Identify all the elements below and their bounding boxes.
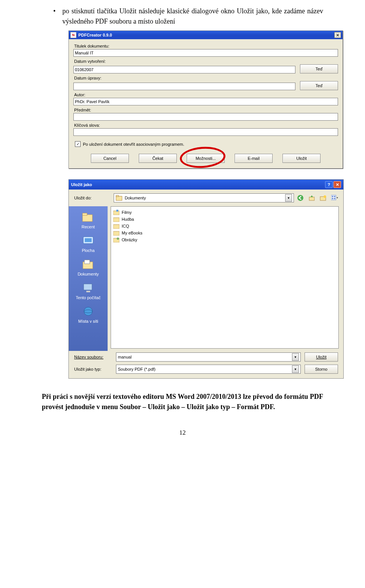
- chevron-down-icon[interactable]: ▼: [292, 353, 299, 361]
- save-button[interactable]: Uložit: [282, 154, 321, 163]
- up-icon[interactable]: [308, 194, 315, 201]
- titlebar[interactable]: N PDFCreator 0.9.0 ✕: [69, 31, 343, 39]
- input-datum-upr[interactable]: [73, 83, 295, 90]
- svg-rect-10: [334, 198, 335, 199]
- filetype-label: Uložit jako typ:: [74, 367, 112, 371]
- place-label: Dokumenty: [78, 272, 99, 276]
- new-folder-icon[interactable]: [320, 194, 327, 201]
- input-titulek[interactable]: [73, 49, 338, 57]
- save-in-combo[interactable]: Dokumenty ▼: [114, 193, 294, 202]
- close-icon[interactable]: ✕: [334, 32, 341, 38]
- app-icon: N: [70, 32, 76, 38]
- list-item[interactable]: ICQ: [113, 223, 336, 229]
- filetype-combo[interactable]: Soubory PDF (*.pdf) ▼: [116, 365, 301, 374]
- svg-rect-3: [309, 197, 314, 201]
- computer-icon: [82, 282, 95, 294]
- cancel-button[interactable]: Storno: [305, 365, 338, 374]
- email-button[interactable]: E-mail: [235, 154, 273, 163]
- place-desktop[interactable]: Plocha: [69, 232, 108, 256]
- filename-label: Název souboru:: [74, 355, 112, 359]
- cancel-button[interactable]: Cancel: [91, 154, 129, 163]
- label-autor: Autor:: [74, 92, 337, 97]
- list-item[interactable]: Hudba: [113, 216, 336, 223]
- svg-rect-24: [113, 225, 119, 229]
- window-title: Uložit jako: [71, 182, 92, 187]
- checkbox-label: Po uložení dokument otevřít asociovaným …: [83, 142, 184, 147]
- bullet-item: • po stisknutí tlačítka Uložit následuje…: [53, 6, 323, 27]
- recent-icon: [82, 212, 95, 223]
- wait-button[interactable]: Čekat: [139, 154, 177, 163]
- label-predmet: Předmět:: [74, 108, 337, 112]
- place-recent[interactable]: Recent: [69, 209, 108, 232]
- label-datum-vyt: Datum vytvoření:: [74, 59, 337, 64]
- svg-rect-9: [332, 198, 333, 199]
- input-klicova[interactable]: [73, 128, 338, 136]
- chevron-down-icon[interactable]: ▼: [292, 365, 299, 373]
- bullet-text: po stisknutí tlačítka Uložit následuje k…: [62, 6, 323, 27]
- place-computer[interactable]: Tento počítač: [69, 279, 108, 303]
- close-icon[interactable]: ✕: [333, 181, 341, 188]
- place-label: Místa v síti: [78, 319, 98, 323]
- ted-button-2[interactable]: Teď: [300, 81, 338, 90]
- svg-rect-11: [83, 215, 92, 221]
- input-datum-vyt[interactable]: [73, 66, 295, 73]
- list-item[interactable]: Obrázky: [113, 236, 336, 243]
- svg-rect-25: [113, 231, 119, 236]
- checkbox-icon[interactable]: ✓: [75, 141, 81, 147]
- body-paragraph: Při práci s novější verzí textového edit…: [42, 392, 323, 412]
- list-item[interactable]: My eBooks: [113, 229, 336, 236]
- pdfcreator-dialog: N PDFCreator 0.9.0 ✕ Titulek dokumentu: …: [68, 30, 343, 169]
- input-autor[interactable]: [73, 98, 338, 105]
- folder-icon: [113, 230, 119, 236]
- folder-icon: [113, 223, 119, 229]
- place-label: Plocha: [82, 248, 95, 253]
- svg-rect-7: [332, 196, 333, 198]
- file-list[interactable]: Filmy Hudba ICQ My eBooks Obrázky: [111, 206, 339, 349]
- save-in-value: Dokumenty: [125, 196, 146, 200]
- view-menu-icon[interactable]: [331, 194, 338, 201]
- save-as-dialog: Uložit jako ? ✕ Uložit do: Dokumenty ▼: [68, 179, 344, 379]
- label-titulek: Titulek dokumentu:: [74, 44, 337, 48]
- place-label: Tento počítač: [76, 295, 100, 300]
- input-predmet[interactable]: [73, 113, 338, 121]
- open-after-save-checkbox[interactable]: ✓ Po uložení dokument otevřít asociovaný…: [75, 141, 336, 147]
- places-bar: Recent Plocha Dokumenty Tento počítač Mí…: [69, 206, 108, 351]
- svg-rect-18: [86, 291, 90, 292]
- place-documents[interactable]: Dokumenty: [69, 256, 108, 279]
- filename-input[interactable]: manual ▼: [116, 352, 301, 362]
- save-in-label: Uložit do:: [74, 196, 111, 200]
- list-item[interactable]: Filmy: [113, 209, 336, 216]
- label-datum-upr: Datum úpravy:: [74, 76, 337, 80]
- folder-icon: [113, 237, 119, 242]
- documents-icon: [82, 259, 95, 270]
- folder-icon: [113, 217, 119, 222]
- titlebar[interactable]: Uložit jako ? ✕: [69, 180, 343, 190]
- svg-point-27: [117, 237, 119, 240]
- svg-rect-12: [83, 213, 87, 215]
- options-button[interactable]: Možnosti...: [187, 154, 225, 163]
- svg-rect-8: [334, 196, 335, 198]
- label-klicova: Klíčová slova:: [74, 123, 337, 127]
- page-number: 12: [42, 429, 323, 437]
- svg-rect-17: [84, 284, 92, 290]
- help-icon[interactable]: ?: [325, 181, 333, 188]
- network-icon: [82, 306, 95, 317]
- window-title: PDFCreator 0.9.0: [78, 33, 112, 37]
- folder-icon: [116, 194, 122, 201]
- chevron-down-icon[interactable]: ▼: [285, 194, 292, 202]
- back-icon[interactable]: [297, 194, 304, 201]
- svg-point-19: [84, 307, 92, 316]
- folder-icon: [113, 210, 119, 215]
- svg-rect-16: [84, 260, 90, 264]
- svg-rect-22: [116, 210, 118, 212]
- desktop-icon: [82, 235, 95, 247]
- svg-point-5: [324, 195, 326, 198]
- svg-rect-14: [85, 238, 92, 242]
- svg-rect-23: [113, 218, 119, 222]
- place-network[interactable]: Místa v síti: [69, 303, 108, 327]
- svg-point-2: [297, 195, 303, 201]
- svg-rect-1: [116, 195, 119, 196]
- ted-button-1[interactable]: Teď: [300, 64, 338, 73]
- bullet-dot: •: [53, 6, 62, 27]
- save-button[interactable]: Uložit: [305, 352, 338, 362]
